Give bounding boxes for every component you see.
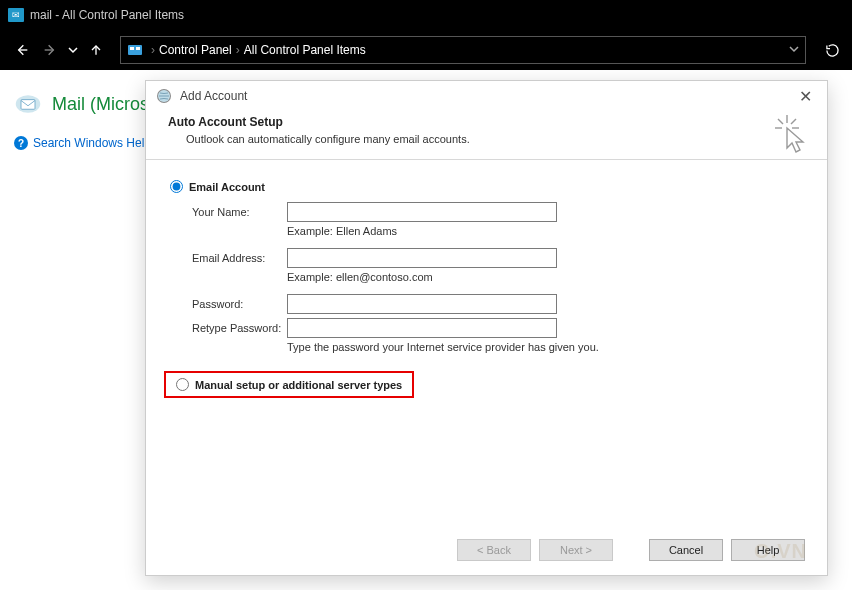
- address-dropdown[interactable]: [789, 43, 799, 57]
- back-button[interactable]: [10, 38, 34, 62]
- page-title: Mail (Micros: [52, 94, 149, 115]
- control-panel-icon: [127, 42, 143, 58]
- dialog-body: Email Account Your Name: Example: Ellen …: [146, 160, 827, 398]
- refresh-button[interactable]: [818, 36, 846, 64]
- row-email: Email Address:: [192, 247, 803, 269]
- mail-app-icon: ✉: [8, 8, 24, 22]
- input-password[interactable]: [287, 294, 557, 314]
- svg-rect-2: [136, 47, 140, 50]
- titlebar: ✉ mail - All Control Panel Items: [0, 0, 852, 30]
- search-help-label: Search Windows Help: [33, 136, 151, 150]
- svg-line-8: [778, 119, 783, 124]
- row-your-name: Your Name:: [192, 201, 803, 223]
- chevron-right-icon: ›: [151, 43, 155, 57]
- svg-rect-4: [21, 100, 35, 110]
- help-button[interactable]: Help: [731, 539, 805, 561]
- next-button: Next >: [539, 539, 613, 561]
- radio-email-label: Email Account: [189, 181, 265, 193]
- dialog-titlebar: Add Account ✕: [146, 81, 827, 111]
- dialog-subheading: Outlook can automatically configure many…: [168, 133, 805, 145]
- address-bar[interactable]: › Control Panel › All Control Panel Item…: [120, 36, 806, 64]
- label-your-name: Your Name:: [192, 206, 287, 218]
- dialog-header: Auto Account Setup Outlook can automatic…: [146, 111, 827, 160]
- history-dropdown[interactable]: [66, 38, 80, 62]
- example-email: Example: ellen@contoso.com: [287, 271, 803, 283]
- password-hint: Type the password your Internet service …: [287, 341, 803, 353]
- radio-email-input[interactable]: [170, 180, 183, 193]
- radio-manual-input[interactable]: [176, 378, 189, 391]
- row-password: Password:: [192, 293, 803, 315]
- dialog-heading: Auto Account Setup: [168, 115, 805, 129]
- up-button[interactable]: [84, 38, 108, 62]
- radio-manual-label: Manual setup or additional server types: [195, 379, 402, 391]
- cancel-button[interactable]: Cancel: [649, 539, 723, 561]
- globe-icon: [156, 88, 172, 104]
- label-password: Password:: [192, 298, 287, 310]
- input-retype-password[interactable]: [287, 318, 557, 338]
- svg-line-9: [791, 119, 796, 124]
- help-icon: ?: [14, 136, 28, 150]
- breadcrumb-all-items[interactable]: All Control Panel Items: [244, 43, 366, 57]
- input-email[interactable]: [287, 248, 557, 268]
- window-title: mail - All Control Panel Items: [30, 8, 184, 22]
- label-email: Email Address:: [192, 252, 287, 264]
- example-name: Example: Ellen Adams: [287, 225, 803, 237]
- close-button[interactable]: ✕: [793, 87, 817, 106]
- add-account-dialog: Add Account ✕ Auto Account Setup Outlook…: [145, 80, 828, 576]
- mail-envelope-icon: [14, 90, 42, 118]
- back-button: < Back: [457, 539, 531, 561]
- nav-bar: › Control Panel › All Control Panel Item…: [0, 30, 852, 70]
- breadcrumb-control-panel[interactable]: Control Panel: [159, 43, 232, 57]
- radio-manual-setup-highlight: Manual setup or additional server types: [164, 371, 414, 398]
- forward-button[interactable]: [38, 38, 62, 62]
- label-retype: Retype Password:: [192, 322, 287, 334]
- svg-rect-1: [130, 47, 134, 50]
- cursor-art-icon: [773, 115, 807, 159]
- chevron-right-icon: ›: [236, 43, 240, 57]
- row-retype: Retype Password:: [192, 317, 803, 339]
- input-your-name[interactable]: [287, 202, 557, 222]
- dialog-button-row: < Back Next > Cancel Help: [457, 539, 805, 561]
- dialog-title-text: Add Account: [180, 89, 247, 103]
- radio-email-account[interactable]: Email Account: [170, 180, 803, 193]
